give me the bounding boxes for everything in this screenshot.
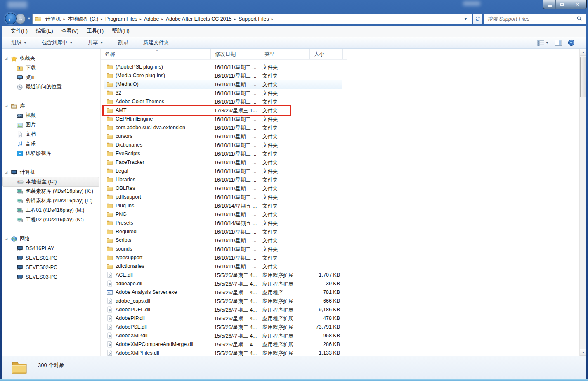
menu-item[interactable]: 工具(T) [83,26,108,36]
expander-icon[interactable]: ◢ [5,57,7,60]
toolbar-button[interactable]: 组织▼ [7,38,31,47]
scroll-up-button[interactable]: ▲ [580,49,586,56]
sidebar-group-header[interactable]: ◢收藏夹 [2,54,100,63]
sidebar-item[interactable]: 音乐 [2,139,100,149]
sidebar-item[interactable]: SEVES02-PC [2,263,100,272]
sidebar-group-header[interactable]: ◢计算机 [2,168,100,177]
table-row[interactable]: (AdobePSL plug-ins)16/10/11/星期二 ...文件夹 [101,63,579,71]
table-row[interactable]: AdobeXMPFiles.dll15/5/26/星期二 4...应用程序扩展1… [101,349,579,356]
table-row[interactable]: Adobe Color Themes16/10/11/星期二 ...文件夹 [101,97,579,106]
breadcrumb-item[interactable]: Adobe After Effects CC 2015 [164,16,234,22]
sidebar-item[interactable]: 桌面 [2,73,100,82]
address-dropdown-icon[interactable]: ▼ [462,17,469,21]
toolbar-button[interactable]: 包含到库中▼ [38,38,76,47]
menu-item[interactable]: 编辑(E) [32,26,57,36]
breadcrumb-item[interactable]: 计算机 [43,16,63,23]
table-row[interactable]: EveScripts16/10/11/星期二 ...文件夹 [101,149,579,158]
sidebar-item[interactable]: 最近访问的位置 [2,82,100,92]
table-row[interactable]: Required16/10/11/星期二 ...文件夹 [101,227,579,236]
forward-button[interactable]: → [15,14,26,24]
breadcrumb-item[interactable]: Support Files [236,16,271,22]
help-button[interactable]: ? [568,39,575,46]
scroll-down-button[interactable]: ▼ [580,349,586,356]
sidebar-group-label: 计算机 [20,169,35,176]
search-input[interactable] [487,16,576,22]
sidebar-item[interactable]: 视频 [2,111,100,120]
expander-icon[interactable]: ◢ [5,104,7,108]
back-button[interactable]: ← [5,13,17,24]
menu-item[interactable]: 查看(V) [57,26,83,36]
table-row[interactable]: (Media Core plug-ins)16/10/11/星期二 ...文件夹 [101,71,579,80]
table-row[interactable]: AdobePSL.dll15/5/26/星期二 4...应用程序扩展73,791… [101,323,579,331]
sidebar-item[interactable]: 文档 [2,130,100,139]
column-header-type[interactable]: 类型 [260,49,310,59]
column-header-name[interactable]: 名称 ▲ [101,49,211,59]
table-row[interactable]: cursors16/10/11/星期二 ...文件夹 [101,132,579,141]
table-row[interactable]: Legal16/10/11/星期二 ...文件夹 [101,167,579,175]
table-row[interactable]: AdobePIP.dll15/5/26/星期二 4...应用程序扩展478 KB [101,314,579,323]
column-header-size[interactable]: 大小 [310,49,343,59]
sidebar-group-header[interactable]: ◢库 [2,101,100,111]
sidebar-item[interactable]: 图片 [2,120,100,130]
table-row[interactable]: typesupport16/10/11/星期二 ...文件夹 [101,253,579,262]
table-row[interactable]: pdflsupport16/10/11/星期二 ...文件夹 [101,193,579,201]
table-row[interactable]: PNG16/10/11/星期二 ...文件夹 [101,210,579,219]
toolbar-button[interactable]: 新建文件夹 [139,38,173,47]
breadcrumb-item[interactable]: Adobe [142,16,161,22]
sidebar-item[interactable]: 包装素材库 (\\Ds416play) (K:) [2,187,100,196]
minimize-button[interactable] [543,0,556,9]
table-row[interactable]: ACE.dll15/5/26/星期二 4...应用程序扩展1,707 KB [101,271,579,279]
sidebar-item[interactable]: 工程02 (\\Ds416play) (N:) [2,215,100,225]
table-row[interactable]: AdobeXMPCompareAndMerge.dll15/5/26/星期二 4… [101,340,579,349]
sidebar-group-header[interactable]: ◢网络 [2,234,100,244]
sidebar-item[interactable]: 工程01 (\\Ds416play) (M:) [2,206,100,215]
change-view-button[interactable]: ▼ [537,40,549,46]
breadcrumb-item[interactable]: Program Files [103,16,139,22]
table-row[interactable]: Adobe Analysis Server.exe15/5/26/星期二 4..… [101,288,579,297]
toolbar-button[interactable]: 共享▼ [84,38,107,47]
table-row[interactable]: Plug-ins16/10/14/星期五 ...文件夹 [101,201,579,210]
table-row[interactable]: AdobeXMP.dll15/5/26/星期二 4...应用程序扩展958 KB [101,331,579,340]
table-row[interactable]: adobe_caps.dll15/5/26/星期二 4...应用程序扩展666 … [101,297,579,305]
breadcrumb-item[interactable]: 本地磁盘 (C:) [66,16,100,23]
refresh-button[interactable] [473,14,482,24]
table-row[interactable]: sounds16/10/11/星期二 ...文件夹 [101,245,579,253]
table-row[interactable]: com.adobe.susi-dva.extension16/10/11/星期二… [101,123,579,132]
sidebar-item[interactable]: DS416PLAY [2,244,100,253]
expander-icon[interactable]: ◢ [5,237,7,241]
scrollbar-thumb[interactable] [580,57,586,97]
table-row[interactable]: Dictionaries16/10/11/星期二 ...文件夹 [101,141,579,149]
search-box[interactable] [484,14,586,24]
sidebar-item[interactable]: 剪辑素材库 (\\Ds416play) (L:) [2,196,100,206]
menu-item[interactable]: 帮助(H) [108,26,133,36]
column-header-date[interactable]: 修改日期 [211,49,260,59]
table-row[interactable]: Presets16/10/14/星期五 ...文件夹 [101,219,579,227]
preview-pane-button[interactable] [555,40,562,46]
breadcrumb-separator-icon[interactable]: ▸ [271,17,274,21]
sidebar-item[interactable]: SEVES03-PC [2,272,100,282]
table-row[interactable]: OBLRes16/10/11/星期二 ...文件夹 [101,184,579,193]
toolbar-button[interactable]: 刻录 [114,38,132,47]
sidebar-item[interactable]: 优酷影视库 [2,149,100,158]
table-row[interactable]: Scripts16/10/11/星期二 ...文件夹 [101,236,579,245]
search-icon[interactable] [576,16,582,23]
breadcrumb-bar[interactable]: 计算机▸本地磁盘 (C:)▸Program Files▸Adobe▸Adobe … [32,14,472,24]
table-row[interactable]: CEPHtmlEngine16/10/11/星期二 ...文件夹 [101,115,579,123]
sidebar-item[interactable]: 下载 [2,63,100,73]
table-row[interactable]: Libraries16/10/11/星期二 ...文件夹 [101,175,579,184]
table-row[interactable]: AdobePDFL.dll15/5/26/星期二 4...应用程序扩展9,186… [101,305,579,314]
table-row[interactable]: zdictionaries16/10/11/星期二 ...文件夹 [101,262,579,271]
maximize-button[interactable] [556,0,568,9]
sidebar-item[interactable]: SEVES01-PC [2,253,100,263]
close-button[interactable]: ✕ [568,0,586,9]
table-row[interactable]: AMT17/3/29/星期三 1...文件夹 [101,106,579,115]
table-row[interactable]: FaceTracker16/10/11/星期二 ...文件夹 [101,158,579,167]
expander-icon[interactable]: ◢ [5,170,7,174]
vertical-scrollbar[interactable]: ▲ ▼ [579,49,586,356]
menu-item[interactable]: 文件(F) [7,26,32,36]
table-row[interactable]: (MediaIO)16/10/11/星期二 ...文件夹 [101,80,579,89]
table-row[interactable]: adbeape.dll15/5/26/星期二 4...应用程序扩展39 KB [101,279,579,288]
sidebar-item[interactable]: 本地磁盘 (C:) [2,177,99,187]
table-row[interactable]: 3216/10/11/星期二 ...文件夹 [101,89,579,97]
history-chevron-icon[interactable]: ▼ [27,17,31,21]
